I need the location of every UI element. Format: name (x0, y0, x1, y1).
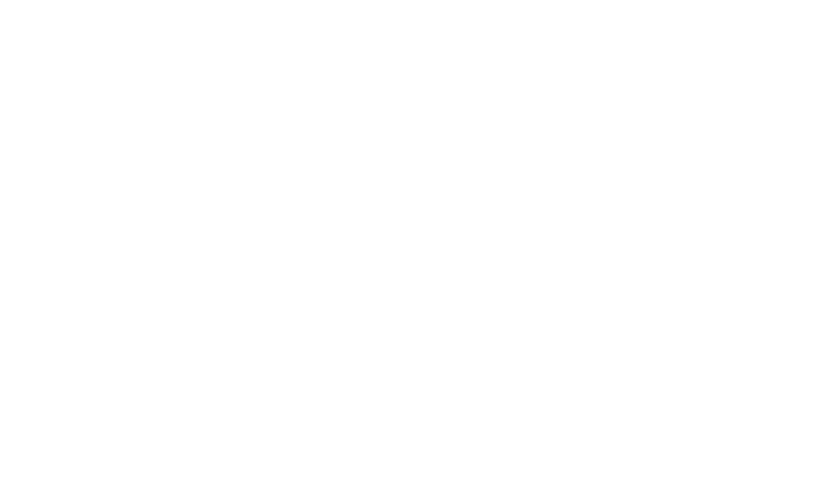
mindmap-canvas (0, 0, 827, 504)
